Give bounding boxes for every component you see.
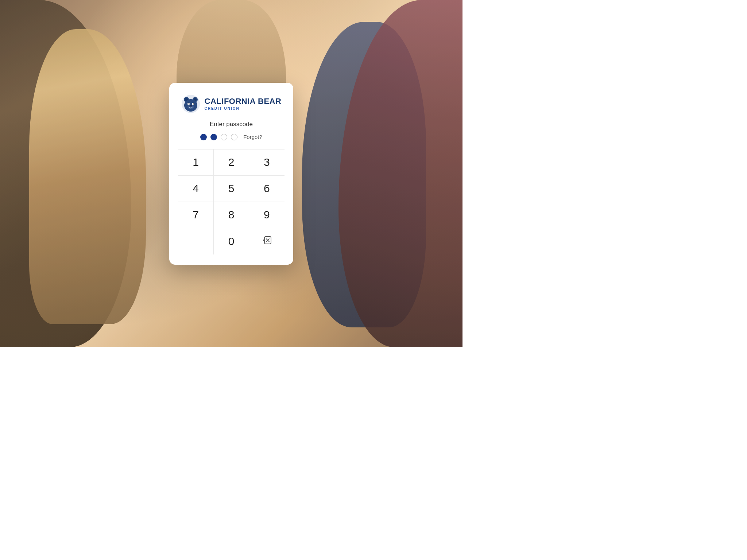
keypad-button-7[interactable]: 7: [178, 202, 213, 228]
keypad-button-4[interactable]: 4: [178, 176, 213, 202]
passcode-dot-1: [200, 134, 207, 140]
keypad-button-9[interactable]: 9: [249, 202, 285, 228]
brand-name: CALIFORNIA BEAR: [205, 97, 282, 106]
keypad-button-0[interactable]: 0: [213, 228, 249, 254]
keypad-button-empty: [178, 228, 213, 254]
keypad-button-3[interactable]: 3: [249, 149, 285, 176]
passcode-dot-4: [231, 134, 237, 140]
backspace-icon: [262, 236, 272, 246]
modal-header: CALIFORNIA BEAR CREDIT UNION: [178, 94, 285, 113]
svg-point-9: [188, 103, 189, 104]
passcode-dot-3: [221, 134, 227, 140]
keypad-button-1[interactable]: 1: [178, 149, 213, 176]
brand-subtitle: CREDIT UNION: [205, 107, 282, 110]
brand-text: CALIFORNIA BEAR CREDIT UNION: [205, 97, 282, 110]
keypad: 1 2 3 4 5 6 7 8 9 0: [178, 149, 285, 254]
bear-logo-icon: [181, 94, 200, 113]
keypad-button-2[interactable]: 2: [213, 149, 249, 176]
keypad-button-backspace[interactable]: [249, 228, 285, 254]
passcode-label: Enter passcode: [178, 121, 285, 128]
forgot-link[interactable]: Forgot?: [243, 134, 262, 140]
keypad-button-5[interactable]: 5: [213, 176, 249, 202]
keypad-button-8[interactable]: 8: [213, 202, 249, 228]
passcode-dot-2: [210, 134, 217, 140]
svg-point-12: [189, 105, 193, 108]
keypad-button-6[interactable]: 6: [249, 176, 285, 202]
modal-wrapper: CALIFORNIA BEAR CREDIT UNION Enter passc…: [0, 0, 462, 347]
passcode-dots-row: Forgot?: [178, 134, 285, 140]
svg-point-10: [193, 103, 194, 104]
passcode-modal: CALIFORNIA BEAR CREDIT UNION Enter passc…: [169, 83, 293, 265]
